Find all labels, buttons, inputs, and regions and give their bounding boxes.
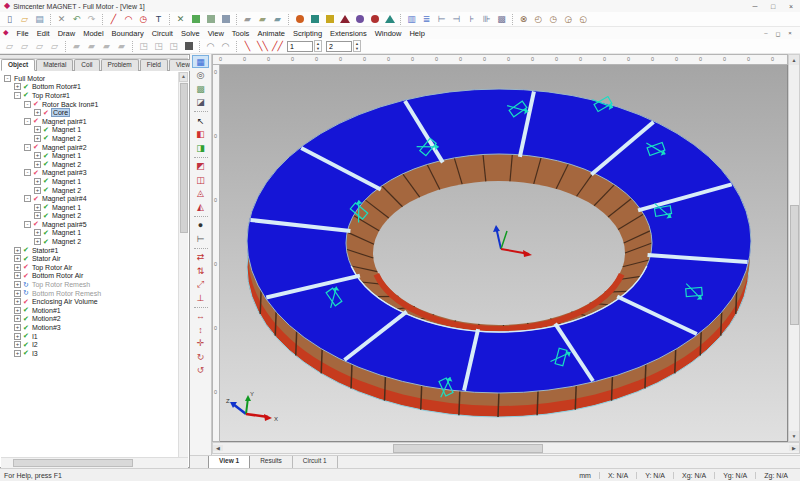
copy-icon[interactable] [189,13,202,26]
tree-item-label[interactable]: Full Motor [13,75,46,82]
expand-icon[interactable]: + [14,281,21,288]
align-left-icon[interactable]: ⊢ [435,13,448,26]
move-v-icon[interactable]: ↕ [192,323,209,336]
cube-primitive-icon[interactable] [308,13,321,26]
tree-item-label[interactable]: Magnet 1 [51,178,82,185]
solve-time2-icon[interactable]: ◷ [547,13,560,26]
zoom-tool-icon[interactable]: ◎ [192,69,209,82]
collapse-icon[interactable]: - [4,75,11,82]
menu-circuit[interactable]: Circuit [148,29,177,38]
tsquare-icon[interactable]: ⊢ [192,232,209,245]
tree-item-label[interactable]: Magnet 1 [51,126,82,133]
tree-item-label[interactable]: I1 [31,333,39,340]
draw-circle-icon[interactable]: ◷ [137,13,150,26]
line-slash-icon[interactable]: ╱╱ [271,40,284,53]
tree-item-label[interactable]: Magnet 2 [51,187,82,194]
align-right-icon[interactable]: ⊣ [450,13,463,26]
fill-region-icon[interactable] [182,40,195,53]
subtract-icon[interactable]: ▱ [33,40,46,53]
tree-item-label[interactable]: Bottom Rotor Remesh [31,290,102,297]
panel-tab-coil[interactable]: Coil [74,59,99,71]
3d-canvas[interactable]: ZYX [220,65,788,442]
tree-hscroll-thumb[interactable] [13,459,133,467]
solve-time1-icon[interactable]: ◴ [532,13,545,26]
move-h-icon[interactable]: ↔ [192,310,209,323]
pyramid-primitive-icon[interactable] [383,13,396,26]
arc-edit2-icon[interactable]: ◠ [219,40,232,53]
select-vertex-icon[interactable]: ◫ [192,173,209,186]
expand-icon[interactable]: + [34,135,41,142]
menu-view[interactable]: View [204,29,228,38]
viewport-vertical-scrollbar[interactable]: ▲ ▼ [788,54,800,442]
mesh-lines-icon[interactable]: ▥ [405,13,418,26]
tree-item-label[interactable]: Core [51,108,70,117]
tree-horizontal-scrollbar[interactable] [1,457,188,468]
menu-solve[interactable]: Solve [177,29,204,38]
menu-window[interactable]: Window [371,29,406,38]
tree-item-label[interactable]: Magnet 2 [51,161,82,168]
spinner1-input[interactable] [287,41,313,52]
axis-view-icon[interactable]: ⊥ [192,291,209,304]
mdi-restore-button[interactable]: ◻ [772,30,784,37]
intersect-icon[interactable]: ▱ [18,40,31,53]
select-edge-icon[interactable]: ◩ [192,160,209,173]
expand-icon[interactable]: + [14,333,21,340]
expand-icon[interactable]: + [34,204,41,211]
tree-vertical-scrollbar[interactable]: ▲ [178,72,188,457]
expand-icon[interactable]: + [14,341,21,348]
fit-icon[interactable]: ⊪ [480,13,493,26]
menu-file[interactable]: File [13,29,33,38]
expand-icon[interactable]: + [14,324,21,331]
tree-item-label[interactable]: Top Rotor Air [31,264,73,271]
copy-shape2-icon[interactable]: ◳ [152,40,165,53]
solve-time4-icon[interactable]: ◵ [577,13,590,26]
tree-item-label[interactable]: Enclosing Air Volume [31,298,99,305]
expand-icon[interactable]: + [14,83,21,90]
tree-item-label[interactable]: Magnet 2 [51,135,82,142]
pointer-icon[interactable]: ↖ [192,114,209,127]
scale-icon[interactable]: ▰ [115,40,128,53]
collapse-icon[interactable]: - [14,92,21,99]
viewport-hscroll-thumb[interactable] [393,444,543,453]
tree-item-label[interactable]: Motion#2 [31,315,62,322]
panel-tab-material[interactable]: Material [36,59,73,71]
draw-line-icon[interactable]: ╱ [107,13,120,26]
expand-icon[interactable]: + [14,255,21,262]
expand-icon[interactable]: + [14,298,21,305]
minimize-button[interactable]: ─ [746,3,764,10]
tree-item-label[interactable]: Stator Air [31,255,62,262]
expand-icon[interactable]: + [34,161,41,168]
copy-shape3-icon[interactable]: ◳ [167,40,180,53]
undo-icon[interactable]: ↶ [70,13,83,26]
tree-item-label[interactable]: Magnet 2 [51,212,82,219]
line-double-icon[interactable]: ╲╲ [256,40,269,53]
arc-edit1-icon[interactable]: ◠ [204,40,217,53]
new-file-icon[interactable]: ▯ [3,13,16,26]
tree-item-label[interactable]: Rotor Back Iron#1 [41,101,99,108]
menu-draw[interactable]: Draw [54,29,80,38]
spinner1-down-icon[interactable]: ▼ [315,46,321,51]
collapse-icon[interactable]: - [24,221,31,228]
menu-tools[interactable]: Tools [228,29,254,38]
tree-item-label[interactable]: Motion#1 [31,307,62,314]
tree-item-label[interactable]: Motion#3 [31,324,62,331]
expand-icon[interactable]: + [34,187,41,194]
menu-boundary[interactable]: Boundary [108,29,148,38]
mdi-minimize-button[interactable]: – [760,30,772,37]
collapse-icon[interactable]: - [24,195,31,202]
select-object-icon[interactable]: ▦ [192,55,209,68]
expand-icon[interactable]: + [34,152,41,159]
expand-icon[interactable]: + [14,315,21,322]
scroll-down-icon[interactable]: ▼ [789,431,799,441]
revolve-icon[interactable]: ▰ [271,13,284,26]
copy-shape1-icon[interactable]: ◳ [137,40,150,53]
print-icon[interactable] [219,13,232,26]
menu-edit[interactable]: Edit [33,29,54,38]
tree-item-label[interactable]: Magnet 1 [51,152,82,159]
tree-item-label[interactable]: Stator#1 [31,247,59,254]
select-component-icon[interactable]: ◬ [192,187,209,200]
solve-time3-icon[interactable]: ◶ [562,13,575,26]
collapse-icon[interactable]: - [24,101,31,108]
expand-icon[interactable]: + [34,212,41,219]
expand-icon[interactable]: + [14,307,21,314]
